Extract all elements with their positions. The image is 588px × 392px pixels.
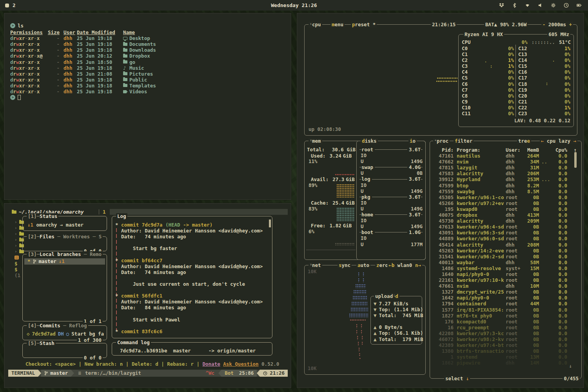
process-row[interactable]: 1577 irq/81-PIXA3854: root 0B 0.0 bbox=[433, 307, 578, 313]
process-row[interactable]: 1642 napi/phy0-0 root 0B 0.0 bbox=[433, 295, 578, 301]
disk-size: 3.6T bbox=[409, 176, 421, 182]
process-row[interactable]: 45305 kworker/u96:1-co root 0B 0.0 bbox=[433, 194, 578, 200]
tab-number[interactable]: 1 bbox=[103, 209, 106, 215]
proc-sort-switcher[interactable]: ← cpu lazy → bbox=[540, 138, 577, 144]
process-row[interactable]: 1862 pipewire dhh 14M 0.0 bbox=[433, 360, 578, 366]
process-row[interactable]: 45414 alacritty dhh 208M 0.0 bbox=[433, 242, 578, 248]
shell-prompt-line[interactable]: > bbox=[10, 94, 291, 100]
branch-icon bbox=[44, 371, 48, 376]
process-row[interactable]: 31541 kworker/u96:2-sd root 0B 0.0 bbox=[433, 254, 578, 260]
tab-net[interactable]: ³net bbox=[309, 262, 322, 269]
preset-button[interactable]: preset * bbox=[351, 22, 377, 27]
donate-link[interactable]: Donate bbox=[203, 361, 220, 367]
process-row[interactable]: 1827 mt76-tx phy0 root 0B 0.0 bbox=[433, 313, 578, 319]
file-row[interactable]: drwxr-xr-x - dhh 25 Jun 19:18 ♪ Videos bbox=[10, 89, 291, 94]
process-row[interactable]: 42389 kworker/u97:4-bt root 0B 0.0 bbox=[433, 342, 578, 348]
select-hint[interactable]: select ↓ bbox=[444, 376, 470, 381]
process-row[interactable]: 40075 dropbox dhh 413M 0.0 bbox=[433, 212, 578, 218]
panel-log[interactable]: Log *commit 7dc9d7a (HEAD -> master) Aut… bbox=[112, 216, 272, 338]
process-row[interactable]: 195 kswapd0 root 0B 0.0 bbox=[433, 206, 578, 212]
panel-stash[interactable]: [5]─Stash 0 of 0 bbox=[22, 343, 107, 358]
proc-tree-toggle[interactable]: tree bbox=[517, 138, 531, 144]
terminal-window-btop[interactable]: ¹cpu menu preset * 21:26:15 BAT▲ 98% 2.9… bbox=[297, 13, 584, 388]
panel-local-branches[interactable]: [3]─Local branches ─ Remo * master ↓1 1 … bbox=[22, 254, 107, 321]
process-row[interactable]: 45730 alacritty dhh 209M 0.0 bbox=[433, 218, 578, 224]
file-row[interactable]: drwxr-xr-x - dhh 25 Jun 19:18 ♪ Template… bbox=[10, 83, 291, 89]
time-segment: 21:26 bbox=[260, 370, 288, 377]
process-row[interactable]: 39912 Hyprland dhh 253M ... 0.0 bbox=[433, 176, 578, 182]
process-row[interactable]: 47815 lazygit dhh 31M 0.0 bbox=[433, 165, 578, 171]
disk-row: log 3.6T bbox=[358, 176, 425, 182]
process-row[interactable]: 46072 kworker/u98:2-kv root 0B 0.0 bbox=[433, 336, 578, 342]
process-row[interactable]: 47599 btop dhh 8.2M 0.0 bbox=[433, 183, 578, 189]
file-row[interactable]: drwxr-xr-x - dhh 25 Jun 19:18 ♪ Public bbox=[10, 77, 291, 83]
terminal-window-file-listing[interactable]: > ls Permissions Size User Date Modified… bbox=[4, 13, 291, 200]
status-text: omarchy → master bbox=[36, 222, 83, 228]
disk-name: pkg bbox=[361, 194, 370, 200]
process-row[interactable]: 44889 kworker/u96:0-sd root 0B 0.0 bbox=[433, 236, 578, 241]
process-header-row[interactable]: Pid: Program: User: MemB Cpu% ↑ bbox=[433, 147, 578, 153]
process-row[interactable]: 1794 containerd root 44M 0.0 bbox=[433, 301, 578, 307]
process-row[interactable]: 1327 dmcrypt_write/25 root 0B 0.0 bbox=[433, 289, 578, 295]
prompt-icon: > bbox=[10, 95, 15, 100]
process-row[interactable]: 47583 alacritty dhh 206M 0.0 bbox=[433, 171, 578, 176]
ask-question-link[interactable]: Ask Question bbox=[223, 361, 258, 367]
process-row[interactable]: 47661 nvim dhh 10M 0.0 bbox=[433, 283, 578, 289]
commit-row[interactable]: ◇ 7dc9d7ad DH ○ Start bg fa bbox=[27, 331, 104, 337]
process-row[interactable]: 47559 swaybg dhh 8.5M 0.0 bbox=[433, 189, 578, 194]
selected-branch-row[interactable]: * master ↓1 bbox=[24, 258, 105, 265]
tab-cpu[interactable]: ¹cpu bbox=[309, 22, 322, 28]
process-row[interactable]: 1 systemd root 13M 0.0 bbox=[433, 354, 578, 360]
process-mem-graph bbox=[539, 342, 549, 348]
branch-segment[interactable]: master bbox=[41, 370, 71, 377]
file-permissions: drwxr-xr-x@ bbox=[10, 53, 46, 59]
update-interval-control[interactable]: - 2000ms + bbox=[541, 22, 573, 27]
process-row[interactable]: 1380 btrfs-transactio root 0B 0.0 bbox=[433, 348, 578, 354]
upload-toggle[interactable]: upload└d bbox=[374, 293, 399, 299]
cpu-total-percent: 0% bbox=[522, 39, 528, 45]
tab-proc[interactable]: ⁴proc bbox=[433, 138, 450, 144]
process-row[interactable]: 47161 nautilus dhh 264M 0.0 bbox=[433, 153, 578, 159]
terminal-window-lazygit[interactable]: ~/.local/share/omarchy 1 bbox=[4, 203, 291, 388]
download-graph bbox=[363, 272, 365, 276]
process-row[interactable]: 1486 systemd-resolve syst+ 15M 0.0 bbox=[433, 265, 578, 271]
panel-status[interactable]: [1]─Status ↓1 omarchy → master bbox=[22, 216, 107, 231]
menu-button[interactable]: menu bbox=[330, 22, 345, 27]
process-row[interactable]: 45266 kworker/u97:2+ev root 0B 0.0 bbox=[433, 200, 578, 206]
file-row[interactable]: drwxr-xr-x - dhh 25 Jun 19:18 ♪ Download… bbox=[10, 47, 291, 53]
commits-count: 1 of 300 bbox=[77, 337, 103, 343]
file-size: - bbox=[46, 65, 60, 71]
upload-graph bbox=[359, 353, 360, 356]
process-memory: 206M bbox=[524, 171, 539, 176]
process-row[interactable]: 45263 kworker/14:2-eve root 0B 0.0 bbox=[433, 248, 578, 254]
file-row[interactable]: drwxr-xr-x - dhh 25 Jun 19:18 ♪ Desktop bbox=[10, 35, 291, 41]
process-mem-graph bbox=[539, 236, 549, 241]
file-row[interactable]: drwxr-xr-x - dhh 25 Jun 18:50 ♪ go bbox=[10, 59, 291, 65]
process-row[interactable]: 16 rcu_preempt root 0B 0.0 bbox=[433, 325, 578, 330]
header-permissions: Permissions bbox=[10, 29, 46, 35]
process-row[interactable]: 176 kcompactd0 root 0B 0.0 bbox=[433, 319, 578, 325]
file-row[interactable]: drwxr-xr-x - dhh 25 Jun 19:18 ♪ Music bbox=[10, 65, 291, 71]
tab-disks[interactable]: disks bbox=[361, 138, 378, 144]
net-auto-toggle[interactable]: auto bbox=[356, 262, 370, 268]
tab-mem[interactable]: ²mem bbox=[309, 138, 322, 144]
net-sync-toggle[interactable]: sync bbox=[338, 262, 352, 268]
file-row[interactable]: drwxr-xr-x@ - dhh 25 Jun 20:12 ♪ Dropbox bbox=[10, 53, 291, 59]
file-row[interactable]: drwxr-xr-x - dhh 25 Jun 19:18 ♪ Document… bbox=[10, 41, 291, 47]
net-interface-switcher[interactable]: ←b wlan0 n→ bbox=[387, 262, 422, 268]
proc-filter-button[interactable]: filter bbox=[454, 138, 474, 144]
panel-commits[interactable]: [4]─Commits ─ Reflog ◇ 7dc9d7ad DH ○ Sta… bbox=[22, 325, 107, 340]
file-row[interactable]: drwxr-xr-x - dhh 25 Jun 21:08 ♪ Pictures bbox=[10, 71, 291, 77]
process-row[interactable]: 47662 nvim dhh 34M .. 0.0 bbox=[433, 159, 578, 165]
process-row[interactable]: 22161 kworker/u97:10-k root 0B 0.0 bbox=[433, 277, 578, 283]
process-row[interactable]: 43091 kworker/u96:3-sd root 0B 0.0 bbox=[433, 230, 578, 236]
panel-command-log[interactable]: Command log 7dc9d7a..b3691be master -> o… bbox=[112, 342, 272, 356]
scrollbar[interactable] bbox=[574, 152, 577, 168]
process-row[interactable]: 47613 kworker/u96:4-sd root 0B 0.0 bbox=[433, 224, 578, 230]
tab-io[interactable]: io bbox=[408, 138, 417, 144]
process-row[interactable]: 1640 napi/phy0-0 root 0B 0.0 bbox=[433, 271, 578, 277]
panel-files[interactable]: [2]─Files ─ Worktrees ─ S 0 of 0 bbox=[22, 236, 107, 251]
process-memory: 44M bbox=[524, 301, 539, 307]
process-row[interactable]: 42208 kworker/u97:3-kc root 0B 0.0 bbox=[433, 330, 578, 336]
process-row[interactable]: 40013 waybar dhh 58M 0.0 bbox=[433, 260, 578, 265]
